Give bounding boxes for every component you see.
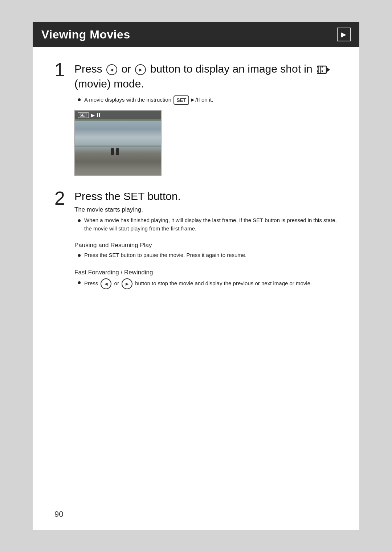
horizon-line: [75, 146, 161, 147]
step-1: 1 Press ◄ or ► button to display an imag…: [54, 62, 341, 183]
left-arrow-button: ◄: [106, 64, 117, 75]
movie-thumbnail: SET ▶: [74, 110, 162, 176]
fast-forward-heading: Fast Forwarding / Rewinding: [74, 269, 341, 276]
movie-mode-icon: [317, 65, 330, 75]
page-title: Viewing Movies: [41, 28, 130, 41]
ff-right-arrow-button: ►: [122, 278, 132, 289]
figure-1: [111, 148, 114, 155]
step-1-press-label: Press: [74, 63, 102, 75]
thumb-set-label: SET: [78, 112, 89, 118]
ff-left-arrow-button: ◄: [101, 278, 111, 289]
movie-starts-text: The movie starts playing.: [74, 206, 341, 213]
page: Viewing Movies ▶ 1 Press ◄ or ► button t…: [33, 22, 359, 530]
step-2: 2 Press the SET button. The movie starts…: [54, 190, 341, 292]
thumb-pause-icon: [97, 113, 100, 117]
page-content: 1 Press ◄ or ► button to display an imag…: [33, 47, 359, 314]
step-2-number: 2: [54, 189, 74, 208]
scene-figures: [111, 148, 119, 155]
divider-2: [74, 263, 341, 263]
step-2-main-text: Press the SET button.: [74, 190, 341, 203]
step-2-bullet-1: ● When a movie has finished playing, it …: [77, 216, 341, 233]
scene-background: [75, 121, 161, 175]
step-1-bullet-text: A movie displays with the instruction SE…: [84, 95, 213, 105]
step-1-text-after: button to display an image shot in: [150, 63, 313, 75]
bullet-dot-4: ●: [77, 278, 81, 287]
right-arrow-button: ►: [135, 64, 146, 75]
step-1-or-label: or: [121, 63, 131, 75]
step-2-bullet-1-text: When a movie has finished playing, it wi…: [84, 216, 341, 233]
svg-marker-3: [327, 68, 330, 72]
pausing-bullet: ● Press the SET button to pause the movi…: [77, 251, 341, 260]
step-1-main-text: Press ◄ or ► button to display an image …: [74, 62, 341, 91]
bullet-dot-3: ●: [77, 250, 81, 260]
step-2-content: Press the SET button. The movie starts p…: [74, 190, 341, 292]
svg-rect-6: [322, 66, 323, 68]
thumbnail-header: SET ▶: [75, 111, 161, 119]
step-1-number: 1: [54, 60, 74, 79]
svg-rect-5: [317, 70, 318, 72]
playback-mode-icon-box: ▶: [337, 28, 351, 41]
thumb-play-icon: ▶: [91, 113, 95, 118]
fast-forward-bullet-text: Press ◄ or ► button to stop the movie an…: [84, 278, 312, 289]
set-badge: SET: [173, 95, 189, 105]
playback-icon: ▶: [341, 30, 346, 38]
step-1-mode-label: (movie) mode.: [74, 78, 144, 90]
figure-2: [116, 148, 119, 155]
pausing-bullet-text: Press the SET button to pause the movie.…: [84, 251, 246, 259]
fast-forward-bullet: ● Press ◄ or ► button to stop the movie …: [77, 278, 341, 289]
step-1-content: Press ◄ or ► button to display an image …: [74, 62, 341, 183]
header-bar: Viewing Movies ▶: [33, 22, 359, 47]
pausing-heading: Pausing and Resuming Play: [74, 242, 341, 249]
step-1-bullet: ● A movie displays with the instruction …: [77, 95, 341, 105]
divider-1: [74, 236, 341, 236]
bullet-dot-2: ●: [77, 216, 81, 225]
svg-rect-4: [317, 66, 318, 68]
page-number: 90: [54, 510, 63, 519]
bullet-dot-1: ●: [77, 95, 81, 104]
svg-rect-7: [322, 70, 323, 72]
